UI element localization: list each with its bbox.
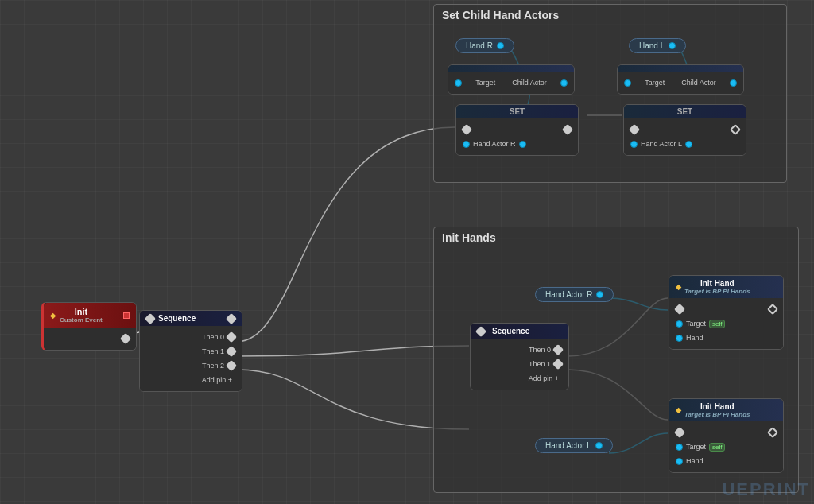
- sequence1-exec-in[interactable]: [145, 312, 156, 324]
- set-right-exec-in[interactable]: [629, 124, 640, 135]
- seq1-then2-pin[interactable]: [226, 360, 237, 371]
- hand-r-label: Hand R: [466, 41, 493, 50]
- seq1-then1-label: Then 1: [202, 347, 224, 355]
- set-left-pin-label: Hand Actor R: [473, 140, 516, 148]
- target-child-actor-left: Target Child Actor: [448, 64, 575, 95]
- hand-actor-l-label: Hand Actor L: [545, 441, 591, 450]
- init-hand-r-hand-label: Hand: [686, 334, 704, 342]
- sequence1-header: Sequence: [140, 311, 242, 326]
- init-hand-l-exec-in[interactable]: [674, 427, 685, 438]
- seq2-addpin-row: Add pin +: [477, 372, 562, 385]
- set-left-body: Hand Actor R: [456, 118, 578, 155]
- set-left-pin-row: Hand Actor R: [463, 138, 572, 150]
- init-hand-r-target-row: Target self: [676, 317, 777, 330]
- hand-actor-r-out-pin[interactable]: [596, 291, 603, 298]
- group-title-set-child: Set Child Hand Actors: [434, 5, 786, 25]
- sequence1-label: Sequence: [158, 314, 196, 323]
- set-right-value-pin[interactable]: [630, 141, 638, 148]
- seq2-then0-row: Then 0: [477, 343, 562, 356]
- set-left-exec-row: [463, 123, 572, 136]
- seq1-then1-row: Then 1: [146, 345, 235, 358]
- target-child-left-body: Target Child Actor: [448, 72, 574, 94]
- init-hand-r-body: Target self Hand: [669, 298, 783, 349]
- init-event-sublabel: Custom Event: [60, 316, 103, 324]
- init-hand-r-target-label: Target: [686, 320, 706, 328]
- seq1-then1-pin[interactable]: [226, 346, 237, 357]
- set-right-exec-out[interactable]: [730, 124, 741, 135]
- target-child-right-in-pin[interactable]: [624, 79, 631, 87]
- sequence2-body: Then 0 Then 1 Add pin +: [471, 339, 568, 390]
- init-hand-r-exec-in[interactable]: [674, 304, 685, 315]
- set-right-out-pin[interactable]: [685, 141, 692, 148]
- sequence2-node: Sequence Then 0 Then 1 Add pin +: [470, 323, 569, 390]
- init-hand-l-sublabel: Target is BP PI Hands: [684, 411, 750, 418]
- init-event-header: ◆ Init Custom Event: [44, 303, 136, 328]
- init-hand-r-exec-row: [676, 303, 777, 316]
- init-hand-r-sublabel: Target is BP PI Hands: [684, 288, 750, 295]
- init-hand-r-header: ◆ Init Hand Target is BP PI Hands: [669, 276, 783, 298]
- seq1-addpin-row: Add pin +: [146, 374, 235, 386]
- init-hand-l-body: Target self Hand: [669, 421, 783, 472]
- init-hand-r-title: Init Hand: [684, 279, 750, 288]
- init-hand-r-node: ◆ Init Hand Target is BP PI Hands Target…: [669, 275, 784, 350]
- set-right-body: Hand Actor L: [624, 118, 746, 155]
- seq2-then1-row: Then 1: [477, 358, 562, 370]
- target-child-left-in-pin[interactable]: [455, 79, 462, 87]
- init-hand-l-exec-out[interactable]: [767, 427, 778, 438]
- target-child-right-row: Target Child Actor: [624, 76, 737, 89]
- target-child-right-out-pin[interactable]: [730, 79, 737, 87]
- child-actor-left-label: Child Actor: [512, 79, 547, 87]
- init-event-body: [44, 328, 136, 350]
- seq1-then0-pin[interactable]: [226, 331, 237, 343]
- hand-actor-l-out-pin[interactable]: [595, 442, 603, 449]
- init-event-node: ◆ Init Custom Event: [41, 302, 137, 351]
- init-hand-r-hand-pin[interactable]: [676, 335, 683, 342]
- hand-actor-r-pill: Hand Actor R: [535, 287, 614, 302]
- group-init-hands: Init Hands Hand Actor R Sequence Then 0 …: [433, 227, 799, 493]
- target-child-right-header: [618, 65, 743, 72]
- set-left-exec-in[interactable]: [461, 124, 472, 135]
- init-hand-r-target-pin[interactable]: [676, 320, 683, 328]
- init-hand-l-title: Init Hand: [684, 402, 750, 411]
- set-left-exec-out[interactable]: [562, 124, 573, 135]
- hand-l-label: Hand L: [639, 41, 665, 50]
- sequence2-exec-in[interactable]: [475, 325, 486, 336]
- seq1-then2-row: Then 2: [146, 359, 235, 372]
- sequence1-body: Then 0 Then 1 Then 2 Add pin +: [140, 326, 242, 391]
- target-right-label: Target: [645, 79, 665, 87]
- set-left-out-pin[interactable]: [519, 141, 526, 148]
- target-child-right-body: Target Child Actor: [618, 72, 743, 94]
- sequence1-exec-right[interactable]: [226, 312, 237, 324]
- seq1-then0-label: Then 0: [202, 333, 224, 341]
- target-child-left-row: Target Child Actor: [455, 76, 568, 89]
- hand-actor-l-pill: Hand Actor L: [535, 438, 613, 453]
- set-right-pin-label: Hand Actor L: [641, 140, 682, 148]
- set-node-left: SET Hand Actor R: [455, 104, 579, 156]
- target-left-label: Target: [475, 79, 495, 87]
- sequence2-label: Sequence: [492, 327, 529, 335]
- init-hand-l-hand-label: Hand: [686, 457, 704, 465]
- set-left-header: SET: [456, 105, 578, 118]
- seq2-addpin-label: Add pin +: [529, 374, 559, 382]
- hand-l-out-pin[interactable]: [669, 42, 676, 49]
- target-child-left-header: [448, 65, 574, 72]
- seq1-then2-label: Then 2: [202, 362, 224, 370]
- init-hand-l-target-row: Target self: [676, 440, 777, 453]
- init-hand-r-exec-out[interactable]: [767, 304, 778, 315]
- child-actor-right-label: Child Actor: [681, 79, 716, 87]
- seq2-then1-pin[interactable]: [552, 359, 564, 370]
- init-hand-l-target-pin[interactable]: [676, 444, 683, 451]
- target-child-left-out-pin[interactable]: [560, 79, 568, 87]
- seq2-then0-pin[interactable]: [552, 344, 564, 355]
- init-event-exec-out[interactable]: [120, 333, 131, 344]
- set-right-exec-row: [630, 123, 739, 136]
- init-hand-l-target-label: Target: [686, 443, 706, 451]
- set-right-pin-row: Hand Actor L: [630, 138, 739, 150]
- seq1-then0-row: Then 0: [146, 331, 235, 343]
- hand-r-out-pin[interactable]: [497, 42, 504, 49]
- init-hand-l-hand-pin[interactable]: [676, 458, 683, 465]
- hand-r-pill: Hand R: [455, 38, 514, 53]
- init-hand-l-node: ◆ Init Hand Target is BP PI Hands Target…: [669, 398, 784, 473]
- set-node-right: SET Hand Actor L: [623, 104, 746, 156]
- set-left-value-pin[interactable]: [463, 141, 470, 148]
